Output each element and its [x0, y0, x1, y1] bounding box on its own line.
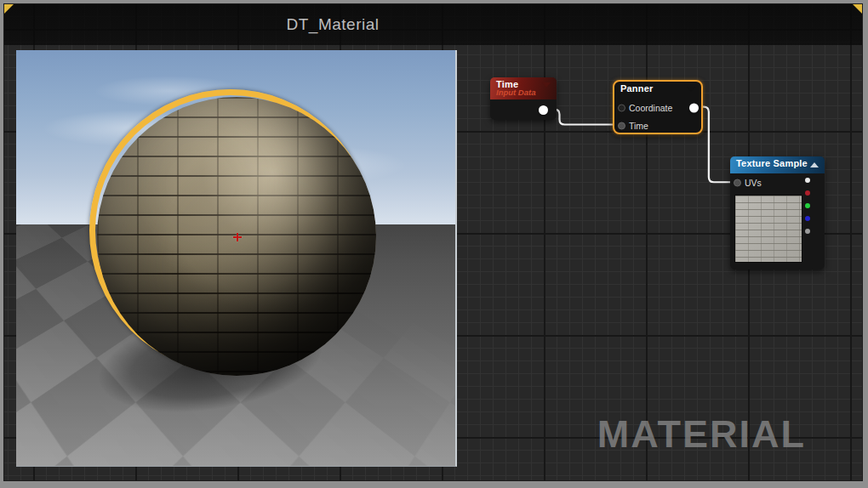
node-title: Texture Sample: [736, 158, 819, 168]
material-title: DT_Material: [287, 15, 380, 34]
pin-label: Coordinate: [629, 103, 672, 113]
node-texture-sample[interactable]: Texture Sample UVs: [730, 156, 825, 270]
node-title: Panner: [620, 83, 695, 94]
rgb-output-pin[interactable]: [805, 178, 810, 183]
node-time[interactable]: Time Input Data: [490, 77, 557, 120]
time-output-pin[interactable]: [539, 105, 548, 115]
graph-canvas[interactable]: DT_Material MATERIAL Time Input Data: [3, 3, 863, 481]
chevron-down-icon[interactable]: [542, 82, 551, 88]
node-time-header[interactable]: Time Input Data: [490, 77, 557, 99]
panner-time-row: Time: [614, 116, 701, 134]
texture-thumbnail[interactable]: [734, 195, 802, 263]
node-panner[interactable]: Panner Coordinate Time: [613, 80, 703, 134]
chevron-down-icon[interactable]: [687, 87, 695, 92]
graph-title-bar: DT_Material: [4, 4, 862, 45]
material-editor-window: DT_Material MATERIAL Time Input Data: [0, 0, 868, 488]
graph-watermark: MATERIAL: [597, 412, 806, 457]
material-preview-viewport[interactable]: [16, 50, 457, 467]
node-subtitle: Input Data: [496, 88, 551, 97]
corner-fold-icon: [4, 4, 14, 14]
time-input-pin[interactable]: [618, 122, 625, 129]
panner-coordinate-row: Coordinate: [614, 99, 701, 116]
red-output-pin[interactable]: [805, 190, 810, 196]
texture-output-pins: [805, 178, 815, 241]
uvs-input-pin[interactable]: [734, 179, 741, 187]
coordinate-input-pin[interactable]: [618, 104, 625, 111]
node-texture-header[interactable]: Texture Sample: [730, 156, 825, 173]
blue-output-pin[interactable]: [805, 216, 810, 221]
panner-output-pin[interactable]: [689, 103, 699, 112]
pin-label: UVs: [745, 178, 762, 188]
corner-fold-icon: [853, 4, 862, 14]
node-panner-header[interactable]: Panner: [614, 82, 701, 99]
pin-label: Time: [629, 121, 648, 131]
chevron-up-icon[interactable]: [810, 162, 819, 167]
green-output-pin[interactable]: [805, 203, 810, 208]
alpha-output-pin[interactable]: [805, 229, 810, 234]
